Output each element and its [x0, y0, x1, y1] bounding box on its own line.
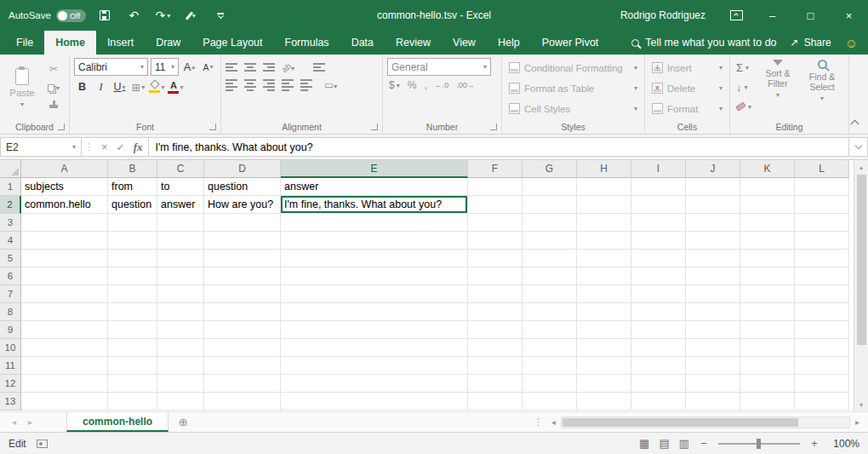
cell-i5[interactable]: [631, 250, 686, 267]
increase-indent-button[interactable]: [300, 79, 312, 91]
cell-j13[interactable]: [686, 393, 740, 411]
cell-j6[interactable]: [686, 267, 740, 285]
scroll-right-button[interactable]: ▸: [850, 417, 865, 427]
cancel-button[interactable]: ×: [101, 141, 108, 153]
sheet-tab-common-hello[interactable]: common-hello: [66, 412, 168, 432]
cell-c2[interactable]: answer: [157, 196, 204, 214]
cell-k6[interactable]: [740, 267, 795, 285]
cell-g12[interactable]: [523, 375, 577, 393]
cell-f13[interactable]: [468, 393, 523, 411]
cell-b11[interactable]: [108, 357, 157, 375]
cell-l5[interactable]: [795, 250, 849, 267]
tab-page-layout[interactable]: Page Layout: [191, 31, 273, 55]
tell-me-search[interactable]: Tell me what you want to do: [631, 31, 776, 55]
insert-function-button[interactable]: fx: [134, 141, 143, 154]
zoom-slider[interactable]: [718, 443, 800, 445]
tab-review[interactable]: Review: [385, 31, 442, 55]
cell-l13[interactable]: [795, 393, 849, 411]
cell-c1[interactable]: to: [157, 178, 204, 196]
cell-k4[interactable]: [740, 232, 795, 250]
cell-g6[interactable]: [523, 267, 577, 285]
zoom-in-button[interactable]: +: [809, 437, 819, 450]
row-header-9[interactable]: 9: [0, 321, 21, 339]
page-break-view-button[interactable]: ▥: [679, 437, 689, 450]
cell-k9[interactable]: [740, 321, 795, 339]
font-name-combobox[interactable]: Calibri▾: [74, 58, 148, 76]
cell-g9[interactable]: [523, 321, 577, 339]
cell-l9[interactable]: [795, 321, 849, 339]
comma-style-button[interactable]: ,: [424, 79, 426, 91]
enter-button[interactable]: ✓: [117, 141, 125, 153]
cell-l12[interactable]: [795, 375, 849, 393]
cell-j8[interactable]: [686, 303, 740, 321]
cell-c7[interactable]: [157, 285, 204, 303]
cell-a13[interactable]: [21, 393, 108, 411]
formula-input[interactable]: I'm fine, thanks. What about you?: [149, 137, 850, 157]
cell-j7[interactable]: [686, 285, 740, 303]
cell-h12[interactable]: [577, 375, 631, 393]
paste-button[interactable]: Paste ▾: [4, 57, 40, 119]
tab-power-pivot[interactable]: Power Pivot: [531, 31, 610, 55]
redo-button[interactable]: ↷▾: [152, 4, 173, 26]
cell-i3[interactable]: [631, 214, 686, 232]
tab-formulas[interactable]: Formulas: [274, 31, 340, 55]
cell-e6[interactable]: [281, 267, 468, 285]
cell-j3[interactable]: [686, 214, 740, 232]
cell-g13[interactable]: [523, 393, 577, 411]
minimize-button[interactable]: –: [753, 0, 791, 31]
row-header-7[interactable]: 7: [0, 285, 21, 303]
maximize-button[interactable]: □: [791, 0, 830, 31]
align-left-button[interactable]: [226, 79, 237, 91]
cell-c6[interactable]: [157, 267, 204, 285]
cell-i12[interactable]: [631, 375, 686, 393]
cell-f9[interactable]: [468, 321, 523, 339]
cell-a5[interactable]: [21, 250, 108, 267]
cell-l11[interactable]: [795, 357, 849, 375]
cell-b10[interactable]: [108, 339, 157, 357]
bold-button[interactable]: B: [74, 78, 90, 95]
cell-a11[interactable]: [21, 357, 108, 375]
cell-c9[interactable]: [157, 321, 204, 339]
accounting-format-button[interactable]: $▾: [389, 79, 400, 91]
cell-l8[interactable]: [795, 303, 849, 321]
column-header-g[interactable]: G: [523, 160, 577, 178]
font-size-combobox[interactable]: 11▾: [151, 58, 179, 76]
clear-button[interactable]: ▾: [734, 98, 753, 115]
autosave-toggle[interactable]: AutoSave Off: [9, 9, 86, 22]
cell-c3[interactable]: [157, 214, 204, 232]
close-button[interactable]: ×: [830, 0, 868, 31]
cell-h10[interactable]: [577, 339, 631, 357]
row-header-4[interactable]: 4: [0, 232, 21, 250]
tab-draw[interactable]: Draw: [145, 31, 191, 55]
cell-a12[interactable]: [21, 375, 108, 393]
cell-a8[interactable]: [21, 303, 108, 321]
cell-g8[interactable]: [523, 303, 577, 321]
alignment-dialog-launcher[interactable]: [371, 124, 378, 130]
column-header-f[interactable]: F: [468, 160, 523, 178]
conditional-formatting-button[interactable]: Conditional Formatting▾: [506, 59, 640, 77]
row-header-11[interactable]: 11: [0, 357, 21, 375]
row-header-3[interactable]: 3: [0, 214, 21, 232]
cell-f5[interactable]: [468, 250, 523, 267]
cell-f6[interactable]: [468, 267, 523, 285]
cell-j9[interactable]: [686, 321, 740, 339]
cell-d4[interactable]: [204, 232, 281, 250]
cell-e7[interactable]: [281, 285, 468, 303]
decrease-decimal-button[interactable]: .00→: [456, 81, 475, 89]
row-header-13[interactable]: 13: [0, 393, 21, 411]
tab-data[interactable]: Data: [340, 31, 385, 55]
ink-pen-button[interactable]: ▾: [181, 4, 202, 26]
column-header-l[interactable]: L: [795, 160, 849, 178]
cell-b3[interactable]: [108, 214, 157, 232]
cell-j2[interactable]: [686, 196, 740, 214]
cell-g1[interactable]: [523, 178, 577, 196]
cell-i11[interactable]: [631, 357, 686, 375]
cell-c10[interactable]: [157, 339, 204, 357]
cell-k2[interactable]: [740, 196, 795, 214]
cell-l4[interactable]: [795, 232, 849, 250]
cell-b6[interactable]: [108, 267, 157, 285]
wrap-text-button[interactable]: [313, 63, 325, 72]
cell-styles-button[interactable]: Cell Styles▾: [506, 100, 640, 118]
cut-button[interactable]: ✂: [43, 61, 64, 77]
vertical-scrollbar[interactable]: ▴ ▾: [854, 160, 868, 411]
